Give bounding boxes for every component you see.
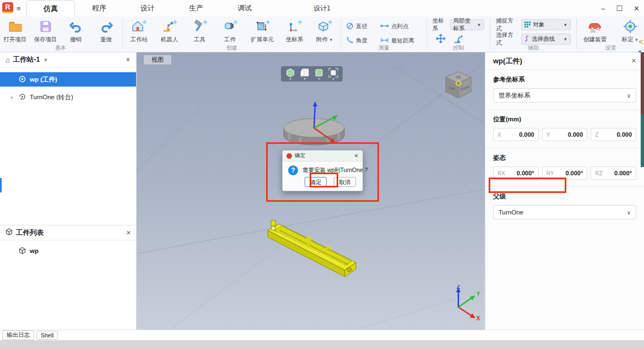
tree-item-wp[interactable]: wp (工件): [0, 72, 136, 87]
pose-rx-field[interactable]: RX 0.000°: [493, 167, 539, 180]
properties-panel: wp(工件) ✕ 参考坐标系 世界坐标系 ∨ 位置(mm) X 0.000 Y …: [485, 52, 644, 330]
solid-view-button[interactable]: ▾: [313, 68, 324, 80]
viewport-toolbar: ▾ ▾ ▾ ▾: [281, 66, 343, 82]
create-attachment-button[interactable]: 附件▼: [310, 18, 340, 44]
extension-unit-plus-icon: [255, 19, 270, 34]
ribbon-group-control: 坐标系 局部坐标系 ▼ 控制: [428, 17, 489, 52]
isometric-view-button[interactable]: ▾: [285, 68, 296, 80]
tab-debug[interactable]: 调试: [220, 0, 269, 17]
create-device-button[interactable]: 创建装置: [578, 18, 612, 44]
measure-diameter-button[interactable]: 直径: [346, 19, 380, 34]
question-mark-icon: ?: [288, 165, 298, 175]
viewport-tab[interactable]: 视图: [143, 55, 172, 65]
scene-tree-panel: ⌂ 工作站-1 ▼ ✕ wp (工件) ▸ TurnOne (转台) 工件列表 …: [0, 52, 137, 330]
move-tool-icon[interactable]: [436, 34, 446, 45]
create-tool-button[interactable]: 工具: [185, 18, 215, 44]
close-panel-icon[interactable]: ✕: [126, 229, 131, 237]
shell-tab[interactable]: Shell: [36, 331, 58, 340]
undo-button[interactable]: 撤销: [61, 18, 91, 44]
coordsys-select[interactable]: 局部坐标系 ▼: [450, 19, 485, 30]
dialog-titlebar: 确定 ✕: [283, 151, 362, 162]
ribbon-collapse-icon[interactable]: <: [638, 37, 643, 46]
pose-ry-field[interactable]: RY 0.000°: [542, 167, 588, 180]
chevron-down-icon: ∨: [627, 210, 631, 216]
svg-text:Y: Y: [477, 291, 480, 297]
minimize-button[interactable]: –: [601, 4, 605, 13]
create-frame-button[interactable]: 坐标系: [279, 18, 310, 44]
confirm-button[interactable]: 确定: [305, 177, 327, 187]
measure-point-to-point-button[interactable]: 点到点: [380, 19, 423, 34]
open-project-button[interactable]: 打开项目: [0, 18, 30, 44]
ribbon-divider: [426, 18, 427, 49]
tab-design[interactable]: 设计: [123, 0, 172, 17]
tab-simulation[interactable]: 仿真: [26, 0, 75, 17]
ribbon-group-create: 工作站 机器人 工具: [124, 17, 340, 52]
dialog-close-icon[interactable]: ✕: [354, 153, 359, 159]
create-workpiece-button[interactable]: 工件: [215, 18, 245, 44]
maximize-button[interactable]: ☐: [616, 4, 623, 13]
pose-section: 姿态 RX 0.000° RY 0.000° RZ 0.000°: [485, 148, 644, 187]
position-x-field[interactable]: X 0.000: [493, 128, 539, 141]
output-log-tab[interactable]: 输出日志: [2, 330, 34, 340]
select-mode-select[interactable]: 选择曲线 ▼: [521, 34, 571, 45]
confirm-dialog: 确定 ✕ ? 需要安装 wp到TurnOne ? 确定 取消: [282, 150, 363, 191]
cancel-button[interactable]: 取消: [334, 177, 356, 187]
redo-button[interactable]: 重做: [91, 18, 121, 44]
chevron-down-icon: ∨: [627, 93, 631, 99]
rail-model[interactable]: [258, 216, 360, 281]
parts-list-header: 工件列表 ✕: [0, 225, 137, 240]
tab-production[interactable]: 生产: [172, 0, 220, 17]
group-label-measure: 测量: [343, 44, 425, 52]
home-icon: ⌂: [6, 56, 10, 64]
view-cube[interactable]: Up Left Front: [441, 68, 475, 103]
coordinate-frame-plus-icon: [286, 19, 302, 34]
undo-icon: [68, 19, 84, 34]
robot-jog-icon[interactable]: [453, 34, 463, 45]
parts-list-item-wp[interactable]: wp: [0, 244, 137, 258]
group-label-control: 控制: [428, 44, 489, 52]
close-panel-icon[interactable]: ✕: [126, 56, 131, 63]
create-extension-unit-button[interactable]: 扩展单元: [245, 18, 279, 44]
folder-icon: [8, 19, 23, 34]
point-to-point-icon: [380, 23, 389, 30]
ribbon-tab-row: 仿真 程序 设计 生产 调试: [26, 0, 269, 17]
save-project-button[interactable]: 保存项目: [30, 18, 61, 44]
close-panel-icon[interactable]: ✕: [631, 57, 636, 65]
group-label-assist: 辅助: [491, 44, 575, 52]
ribbon-group-basic: 打开项目 保存项目 撤销: [0, 17, 121, 52]
tab-program[interactable]: 程序: [75, 0, 123, 17]
chevron-down-icon[interactable]: ▼: [43, 57, 48, 63]
tree-item-turnone[interactable]: ▸ TurnOne (转台): [0, 90, 136, 104]
hamburger-menu-icon[interactable]: ≡: [17, 4, 21, 13]
parts-list-title: 工件列表: [16, 228, 44, 238]
fit-view-button[interactable]: ▾: [328, 68, 339, 80]
parts-list-panel: 工件列表 ✕ wp: [0, 225, 137, 258]
bottom-tab-bar: 输出日志 Shell: [0, 330, 644, 340]
app-logo-icon[interactable]: R: [2, 2, 13, 13]
create-workstation-button[interactable]: 工作站: [124, 18, 154, 44]
house-plus-icon: [131, 19, 147, 34]
application-window: R ≡ 仿真 程序 设计 生产 调试 设计1 – ☐ ✕ 打开项目: [0, 0, 644, 349]
parent-select[interactable]: TurnOne ∨: [493, 205, 636, 219]
close-button[interactable]: ✕: [634, 4, 640, 13]
ref-frame-select[interactable]: 世界坐标系 ∨: [493, 88, 636, 103]
turntable-model[interactable]: [275, 99, 353, 152]
ribbon-group-measure: 直径 点到点 角度 最短距离 测量: [343, 17, 425, 52]
view-mode-button[interactable]: ▾: [299, 68, 310, 80]
parent-section: 父级 TurnOne ∨: [485, 187, 644, 226]
position-y-field[interactable]: Y 0.000: [542, 128, 588, 141]
pose-rz-field[interactable]: RZ 0.000°: [591, 167, 636, 180]
ribbon-group-assist: 捕捉方式 对象 ▼ 选择方式 选择曲线 ▼ 辅助: [491, 17, 575, 52]
create-robot-button[interactable]: 机器人: [154, 18, 185, 44]
panel-scroll-indicator: [0, 178, 2, 192]
snap-mode-select[interactable]: 对象 ▼: [521, 19, 571, 30]
viewport-3d[interactable]: 视图 ▾ ▾ ▾ ▾ Up Left: [137, 52, 485, 330]
workpiece-icon: [19, 76, 26, 84]
chevron-down-icon: ▼: [329, 37, 333, 42]
robot-arm-plus-icon: [161, 19, 177, 34]
expand-arrow-icon[interactable]: ▸: [11, 95, 13, 100]
titlebar: R ≡ 仿真 程序 设计 生产 调试 设计1 – ☐ ✕: [0, 0, 644, 17]
position-z-field[interactable]: Z 0.000: [591, 128, 636, 141]
workstation-panel-header: ⌂ 工作站-1 ▼ ✕: [0, 52, 136, 68]
status-bar: [0, 340, 644, 349]
